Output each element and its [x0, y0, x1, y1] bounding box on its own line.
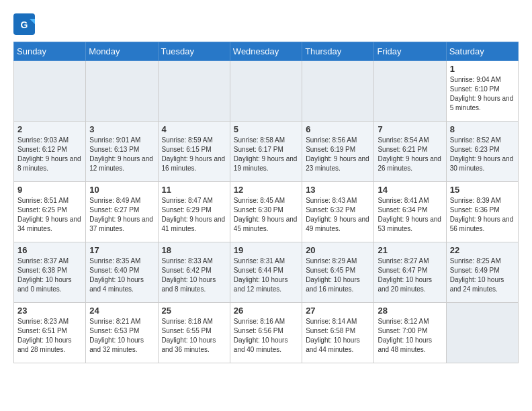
- day-number: 13: [306, 185, 370, 195]
- day-number: 15: [450, 185, 515, 195]
- svg-text:G: G: [21, 19, 28, 30]
- day-info: Sunrise: 8:39 AM Sunset: 6:36 PM Dayligh…: [450, 196, 515, 234]
- day-number: 18: [162, 245, 226, 255]
- calendar-week-row: 1Sunrise: 9:04 AM Sunset: 6:10 PM Daylig…: [14, 61, 519, 122]
- day-info: Sunrise: 8:31 AM Sunset: 6:44 PM Dayligh…: [234, 257, 298, 294]
- day-number: 22: [450, 245, 515, 255]
- day-number: 24: [89, 306, 154, 316]
- day-number: 3: [89, 124, 154, 134]
- calendar-cell: 5Sunrise: 8:58 AM Sunset: 6:17 PM Daylig…: [230, 122, 302, 182]
- calendar-cell: 10Sunrise: 8:49 AM Sunset: 6:27 PM Dayli…: [86, 182, 158, 242]
- calendar-cell: 22Sunrise: 8:25 AM Sunset: 6:49 PM Dayli…: [446, 242, 518, 303]
- day-info: Sunrise: 8:58 AM Sunset: 6:17 PM Dayligh…: [234, 136, 298, 173]
- day-info: Sunrise: 8:35 AM Sunset: 6:40 PM Dayligh…: [89, 257, 154, 294]
- weekday-header: Monday: [86, 42, 158, 61]
- day-number: 4: [162, 124, 226, 134]
- day-info: Sunrise: 9:03 AM Sunset: 6:12 PM Dayligh…: [17, 136, 82, 173]
- day-info: Sunrise: 8:14 AM Sunset: 6:58 PM Dayligh…: [306, 317, 370, 355]
- calendar-cell: 16Sunrise: 8:37 AM Sunset: 6:38 PM Dayli…: [14, 242, 86, 303]
- calendar-cell: 17Sunrise: 8:35 AM Sunset: 6:40 PM Dayli…: [86, 242, 158, 303]
- calendar-cell: [158, 61, 230, 122]
- day-info: Sunrise: 8:47 AM Sunset: 6:29 PM Dayligh…: [162, 196, 226, 234]
- calendar-cell: [374, 61, 446, 122]
- calendar-cell: 4Sunrise: 8:59 AM Sunset: 6:15 PM Daylig…: [158, 122, 230, 182]
- page-header: G: [13, 13, 519, 35]
- calendar-cell: 18Sunrise: 8:33 AM Sunset: 6:42 PM Dayli…: [158, 242, 230, 303]
- day-number: 11: [162, 185, 226, 195]
- day-number: 21: [378, 245, 442, 255]
- calendar-cell: [230, 61, 302, 122]
- calendar-cell: 14Sunrise: 8:41 AM Sunset: 6:34 PM Dayli…: [374, 182, 446, 242]
- day-number: 26: [234, 306, 298, 316]
- day-number: 19: [234, 245, 298, 255]
- day-number: 16: [17, 245, 82, 255]
- day-info: Sunrise: 8:29 AM Sunset: 6:45 PM Dayligh…: [306, 257, 370, 294]
- calendar-week-row: 2Sunrise: 9:03 AM Sunset: 6:12 PM Daylig…: [14, 122, 519, 182]
- day-info: Sunrise: 8:51 AM Sunset: 6:25 PM Dayligh…: [17, 196, 82, 234]
- calendar-cell: 9Sunrise: 8:51 AM Sunset: 6:25 PM Daylig…: [14, 182, 86, 242]
- day-number: 10: [89, 185, 154, 195]
- day-info: Sunrise: 8:56 AM Sunset: 6:19 PM Dayligh…: [306, 136, 370, 173]
- weekday-header: Friday: [374, 42, 446, 61]
- calendar-cell: 23Sunrise: 8:23 AM Sunset: 6:51 PM Dayli…: [14, 303, 86, 363]
- day-number: 2: [17, 124, 82, 134]
- weekday-header: Sunday: [14, 42, 86, 61]
- calendar-cell: 6Sunrise: 8:56 AM Sunset: 6:19 PM Daylig…: [302, 122, 374, 182]
- day-info: Sunrise: 8:25 AM Sunset: 6:49 PM Dayligh…: [450, 257, 515, 294]
- day-info: Sunrise: 8:33 AM Sunset: 6:42 PM Dayligh…: [162, 257, 226, 294]
- day-info: Sunrise: 8:43 AM Sunset: 6:32 PM Dayligh…: [306, 196, 370, 234]
- calendar-cell: 27Sunrise: 8:14 AM Sunset: 6:58 PM Dayli…: [302, 303, 374, 363]
- day-info: Sunrise: 8:16 AM Sunset: 6:56 PM Dayligh…: [234, 317, 298, 355]
- calendar-week-row: 16Sunrise: 8:37 AM Sunset: 6:38 PM Dayli…: [14, 242, 519, 303]
- day-info: Sunrise: 8:52 AM Sunset: 6:23 PM Dayligh…: [450, 136, 515, 173]
- day-info: Sunrise: 8:37 AM Sunset: 6:38 PM Dayligh…: [17, 257, 82, 294]
- day-number: 23: [17, 306, 82, 316]
- day-info: Sunrise: 9:04 AM Sunset: 6:10 PM Dayligh…: [450, 75, 515, 113]
- calendar-week-row: 23Sunrise: 8:23 AM Sunset: 6:51 PM Dayli…: [14, 303, 519, 363]
- day-number: 7: [378, 124, 442, 134]
- day-info: Sunrise: 9:01 AM Sunset: 6:13 PM Dayligh…: [89, 136, 154, 173]
- calendar-cell: 28Sunrise: 8:12 AM Sunset: 7:00 PM Dayli…: [374, 303, 446, 363]
- calendar-cell: 2Sunrise: 9:03 AM Sunset: 6:12 PM Daylig…: [14, 122, 86, 182]
- day-info: Sunrise: 8:21 AM Sunset: 6:53 PM Dayligh…: [89, 317, 154, 355]
- calendar-cell: 13Sunrise: 8:43 AM Sunset: 6:32 PM Dayli…: [302, 182, 374, 242]
- calendar-cell: 8Sunrise: 8:52 AM Sunset: 6:23 PM Daylig…: [446, 122, 518, 182]
- calendar-cell: 21Sunrise: 8:27 AM Sunset: 6:47 PM Dayli…: [374, 242, 446, 303]
- weekday-header: Saturday: [446, 42, 518, 61]
- day-info: Sunrise: 8:27 AM Sunset: 6:47 PM Dayligh…: [378, 257, 442, 294]
- day-number: 1: [450, 64, 515, 74]
- weekday-header: Wednesday: [230, 42, 302, 61]
- day-number: 20: [306, 245, 370, 255]
- calendar-table: SundayMondayTuesdayWednesdayThursdayFrid…: [13, 42, 519, 363]
- day-number: 14: [378, 185, 442, 195]
- weekday-header: Thursday: [302, 42, 374, 61]
- calendar-cell: 3Sunrise: 9:01 AM Sunset: 6:13 PM Daylig…: [86, 122, 158, 182]
- day-number: 5: [234, 124, 298, 134]
- day-number: 9: [17, 185, 82, 195]
- day-number: 28: [378, 306, 442, 316]
- day-info: Sunrise: 8:41 AM Sunset: 6:34 PM Dayligh…: [378, 196, 442, 234]
- calendar-header-row: SundayMondayTuesdayWednesdayThursdayFrid…: [14, 42, 519, 61]
- calendar-cell: 20Sunrise: 8:29 AM Sunset: 6:45 PM Dayli…: [302, 242, 374, 303]
- day-number: 27: [306, 306, 370, 316]
- day-info: Sunrise: 8:18 AM Sunset: 6:55 PM Dayligh…: [162, 317, 226, 355]
- calendar-cell: 15Sunrise: 8:39 AM Sunset: 6:36 PM Dayli…: [446, 182, 518, 242]
- calendar-cell: 11Sunrise: 8:47 AM Sunset: 6:29 PM Dayli…: [158, 182, 230, 242]
- calendar-cell: [86, 61, 158, 122]
- day-info: Sunrise: 8:49 AM Sunset: 6:27 PM Dayligh…: [89, 196, 154, 234]
- calendar-cell: 1Sunrise: 9:04 AM Sunset: 6:10 PM Daylig…: [446, 61, 518, 122]
- calendar-cell: [14, 61, 86, 122]
- day-info: Sunrise: 8:12 AM Sunset: 7:00 PM Dayligh…: [378, 317, 442, 355]
- calendar-week-row: 9Sunrise: 8:51 AM Sunset: 6:25 PM Daylig…: [14, 182, 519, 242]
- calendar-cell: 26Sunrise: 8:16 AM Sunset: 6:56 PM Dayli…: [230, 303, 302, 363]
- calendar-cell: 12Sunrise: 8:45 AM Sunset: 6:30 PM Dayli…: [230, 182, 302, 242]
- calendar-cell: [302, 61, 374, 122]
- day-number: 12: [234, 185, 298, 195]
- day-number: 8: [450, 124, 515, 134]
- logo-icon: G: [13, 13, 35, 35]
- day-info: Sunrise: 8:59 AM Sunset: 6:15 PM Dayligh…: [162, 136, 226, 173]
- day-info: Sunrise: 8:54 AM Sunset: 6:21 PM Dayligh…: [378, 136, 442, 173]
- calendar-cell: 24Sunrise: 8:21 AM Sunset: 6:53 PM Dayli…: [86, 303, 158, 363]
- day-number: 25: [162, 306, 226, 316]
- day-info: Sunrise: 8:23 AM Sunset: 6:51 PM Dayligh…: [17, 317, 82, 355]
